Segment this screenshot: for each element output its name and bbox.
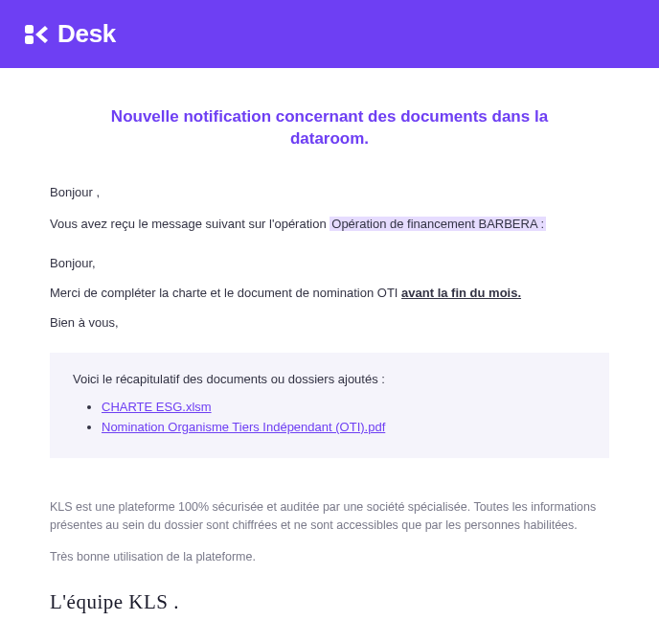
header-bar: Desk — [0, 0, 659, 68]
intro-line: Vous avez reçu le message suivant sur l'… — [50, 217, 609, 231]
documents-recap: Voici le récapitulatif des documents ou … — [50, 353, 609, 459]
brand-name: Desk — [57, 19, 116, 49]
greeting: Bonjour , — [50, 185, 609, 199]
svg-rect-1 — [25, 35, 34, 44]
notification-title: Nouvelle notification concernant des doc… — [109, 106, 550, 150]
document-link[interactable]: CHARTE ESG.xlsm — [102, 400, 212, 414]
list-item: CHARTE ESG.xlsm — [102, 398, 586, 418]
inner-message: Bonjour, Merci de compléter la charte et… — [50, 256, 609, 330]
intro-prefix: Vous avez reçu le message suivant sur l'… — [50, 217, 330, 231]
inner-body-emphasis: avant la fin du mois. — [401, 286, 521, 300]
list-item: Nomination Organisme Tiers Indépendant (… — [102, 418, 586, 438]
security-note: KLS est une plateforme 100% sécurisée et… — [50, 498, 609, 535]
email-body: Nouvelle notification concernant des doc… — [0, 68, 659, 644]
brand-logo: Desk — [23, 19, 116, 49]
svg-rect-0 — [25, 25, 34, 34]
document-link[interactable]: Nomination Organisme Tiers Indépendant (… — [102, 420, 385, 434]
inner-hello: Bonjour, — [50, 256, 609, 270]
operation-name: Opération de financement BARBERA : — [330, 217, 546, 231]
inner-signoff: Bien à vous, — [50, 315, 609, 330]
logo-icon — [23, 21, 50, 48]
goodbye-text: Très bonne utilisation de la plateforme. — [50, 550, 609, 564]
recap-title: Voici le récapitulatif des documents ou … — [73, 372, 586, 386]
inner-body-prefix: Merci de compléter la charte et le docum… — [50, 286, 401, 300]
documents-list: CHARTE ESG.xlsm Nomination Organisme Tie… — [73, 398, 586, 438]
inner-body: Merci de compléter la charte et le docum… — [50, 286, 609, 300]
signature: L'équipe KLS . — [50, 590, 609, 614]
